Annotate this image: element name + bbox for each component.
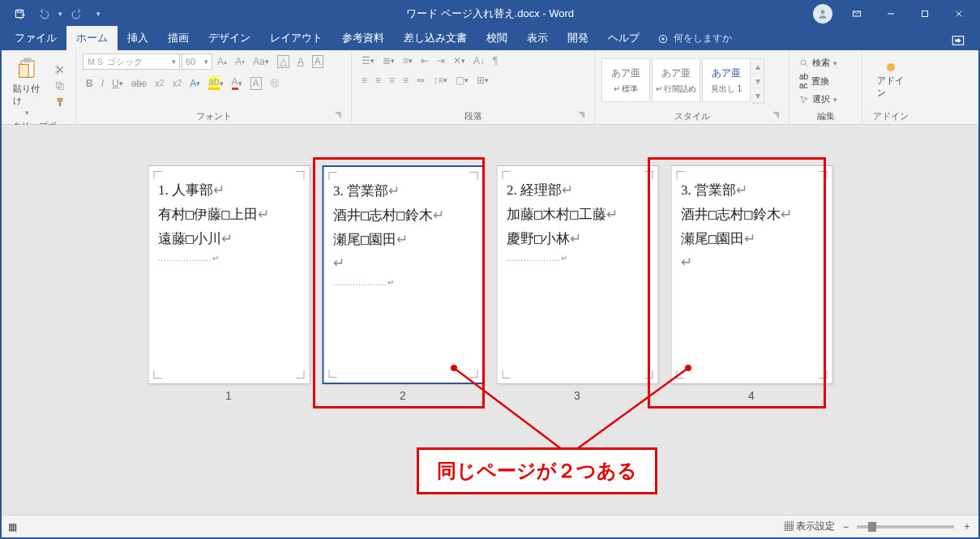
font-color-button[interactable]: A▾ [229, 75, 246, 92]
style-scroll-down[interactable]: ▾ [752, 74, 764, 88]
align-center-button[interactable]: ≡ [372, 73, 384, 88]
font-dialog-launcher[interactable] [333, 111, 343, 121]
distributed-button[interactable]: ⇔ [413, 73, 428, 88]
page-number-label: 3 [574, 389, 580, 402]
highlight-button[interactable]: ab▾ [205, 75, 226, 92]
font-name-select[interactable]: ＭＳ ゴシック▾ [83, 53, 180, 70]
shrink-font-button[interactable]: A▾ [232, 54, 248, 69]
addin-button[interactable]: アドイン [869, 63, 913, 99]
bullets-button[interactable]: ☰▾ [358, 53, 378, 68]
style-heading1[interactable]: あア亜 見出し 1 [702, 58, 751, 102]
autosave-icon[interactable] [10, 4, 29, 24]
styles-group-label: スタイル [674, 111, 710, 121]
tab-draw[interactable]: 描画 [158, 26, 199, 50]
page-text-line: 加藤□木村□工藤↵ [507, 203, 648, 227]
line-spacing-button[interactable]: ↕≡▾ [430, 73, 451, 88]
justify-button[interactable]: ≡ [400, 73, 412, 88]
zoom-slider[interactable] [857, 525, 954, 528]
align-right-button[interactable]: ≡ [386, 73, 398, 88]
document-canvas[interactable]: 1. 人事部↵有村□伊藤□上田↵遠藤□小川↵..................… [2, 125, 978, 515]
zoom-in-button[interactable]: ＋ [962, 520, 972, 533]
tab-home[interactable]: ホーム [66, 26, 118, 50]
shading-button[interactable]: ▢▾ [452, 73, 472, 88]
tab-insert[interactable]: 挿入 [118, 26, 158, 50]
tab-developer[interactable]: 開発 [558, 26, 598, 50]
decrease-indent-button[interactable]: ⇤ [417, 53, 432, 68]
zoom-out-button[interactable]: − [843, 521, 849, 533]
display-settings-button[interactable]: ▦ 表示設定 [784, 520, 835, 533]
tab-design[interactable]: デザイン [199, 26, 260, 50]
paste-dropdown-icon[interactable]: ▾ [25, 109, 29, 117]
tab-layout[interactable]: レイアウト [260, 26, 332, 50]
asian-layout-button[interactable]: ✕▾ [450, 53, 469, 68]
tab-mailings[interactable]: 差し込み文書 [394, 26, 477, 50]
user-account-button[interactable] [813, 4, 832, 24]
style-expand[interactable]: ▾ [752, 88, 764, 103]
style-no-spacing[interactable]: あア亜 ↵ 行間詰め [652, 58, 700, 102]
italic-button[interactable]: I [98, 76, 107, 91]
enclose-char-button[interactable]: A [309, 53, 327, 70]
group-clipboard: 貼り付け ▾ クリップボード [2, 50, 76, 124]
svg-rect-0 [15, 10, 23, 17]
copy-button[interactable] [51, 79, 69, 93]
maximize-button[interactable] [909, 2, 941, 26]
find-button[interactable]: 検索▾ [796, 56, 841, 70]
paste-button[interactable]: 貼り付け ▾ [8, 53, 46, 118]
annotation-callout: 同じページが２つある [417, 447, 657, 494]
close-button[interactable] [943, 2, 975, 26]
page-text-line: 2. 経理部↵ [507, 179, 648, 203]
page-text-line: 遠藤□小川↵ [158, 227, 299, 251]
minimize-button[interactable] [875, 2, 907, 26]
select-button[interactable]: 選択▾ [796, 92, 841, 106]
borders-button[interactable]: ⊞▾ [473, 73, 492, 88]
tab-review[interactable]: 校閲 [477, 26, 517, 50]
status-icon[interactable]: ▦ [8, 521, 17, 533]
style-scroll-up[interactable]: ▴ [752, 59, 764, 74]
qat-customize-icon[interactable]: ▾ [96, 10, 101, 18]
cut-button[interactable] [51, 62, 69, 77]
increase-indent-button[interactable]: ⇥ [434, 53, 448, 68]
text-effects-button[interactable]: A▾ [186, 76, 203, 91]
page-number-label: 1 [225, 389, 232, 402]
ribbon-tabs: ファイル ホーム 挿入 描画 デザイン レイアウト 参考資料 差し込み文書 校閲… [2, 26, 978, 50]
paragraph-dialog-launcher[interactable] [576, 111, 586, 121]
numbering-button[interactable]: ≣▾ [379, 53, 398, 68]
sort-button[interactable]: A↓ [470, 53, 488, 68]
tab-view[interactable]: 表示 [517, 26, 558, 50]
character-shading-button[interactable]: A [247, 75, 265, 92]
underline-button[interactable]: U▾ [109, 76, 126, 91]
bold-button[interactable]: B [83, 76, 96, 91]
tell-me-search[interactable]: 何をしますか [649, 27, 740, 50]
superscript-button[interactable]: x2 [169, 76, 186, 91]
quick-access-toolbar: ▾ ▾ [5, 4, 101, 24]
group-font: ＭＳ ゴシック▾ 60▾ A▴ A▾ Aa▾ △ A A B I U▾ abc … [76, 50, 352, 124]
align-left-button[interactable]: ≡ [358, 73, 370, 88]
strikethrough-button[interactable]: abc [128, 76, 150, 91]
phonetic-guide-button[interactable]: △ [274, 53, 293, 70]
show-marks-button[interactable]: ¶ [490, 53, 501, 68]
replace-button[interactable]: abac置換 [796, 71, 841, 91]
tab-references[interactable]: 参考資料 [332, 26, 394, 50]
share-button[interactable] [946, 31, 970, 50]
tell-me-placeholder: 何をしますか [674, 32, 732, 45]
grow-font-button[interactable]: A▴ [214, 54, 230, 69]
multilevel-list-button[interactable]: ≡▾ [400, 53, 416, 68]
format-painter-button[interactable] [51, 95, 69, 109]
redo-button[interactable] [67, 4, 87, 24]
subscript-button[interactable]: x2 [152, 76, 168, 91]
page-thumbnail[interactable]: 2. 経理部↵加藤□木村□工藤↵慶野□小林↵..................… [496, 165, 658, 402]
enclose-circle-button[interactable]: ㊓ [267, 75, 283, 92]
styles-dialog-launcher[interactable] [771, 111, 781, 121]
page-thumbnail[interactable]: 1. 人事部↵有村□伊藤□上田↵遠藤□小川↵..................… [148, 165, 310, 402]
page-text-line: 1. 人事部↵ [158, 179, 299, 203]
tab-help[interactable]: ヘルプ [598, 26, 649, 50]
undo-button[interactable] [34, 4, 53, 24]
font-size-select[interactable]: 60▾ [182, 53, 212, 70]
tab-file[interactable]: ファイル [5, 26, 66, 50]
undo-dropdown-icon[interactable]: ▾ [58, 10, 62, 18]
style-normal[interactable]: あア亜 ↵ 標準 [601, 58, 650, 102]
addin-group-label: アドイン [869, 109, 913, 122]
ribbon-options-button[interactable] [841, 2, 873, 26]
change-case-button[interactable]: Aa▾ [250, 54, 272, 69]
clear-formatting-button[interactable]: A [294, 54, 307, 69]
